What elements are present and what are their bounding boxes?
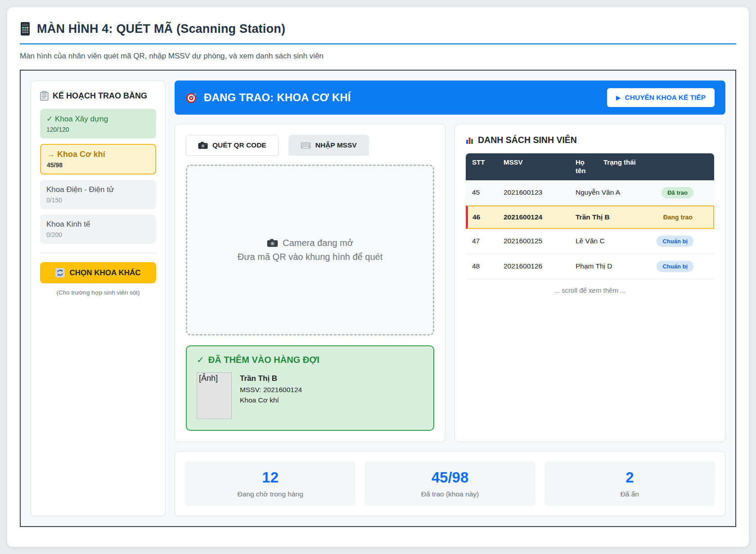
- refresh-icon: [55, 268, 65, 277]
- cell-mssv: 2021600125: [497, 229, 569, 254]
- col-header-mssv: MSSV: [497, 153, 569, 180]
- cell-name: Nguyễn Văn A: [569, 180, 597, 206]
- clipboard-icon: [40, 91, 49, 101]
- table-header-row: STT MSSV Họ tên Trạng thái: [466, 153, 714, 180]
- student-table: STT MSSV Họ tên Trạng thái 45 2021600123…: [466, 153, 714, 279]
- cell-status: Chuẩn bị: [597, 254, 714, 279]
- camera-icon: [267, 239, 278, 247]
- student-list-panel[interactable]: DANH SÁCH SINH VIÊN STT MSSV Họ tên Trạn…: [454, 124, 725, 442]
- cell-stt: 47: [466, 229, 497, 254]
- camera-icon: [198, 142, 208, 149]
- table-row: 45 2021600123 Nguyễn Văn A Đã trao: [466, 180, 714, 206]
- camera-status-line: Camera đang mở: [267, 238, 353, 248]
- student-photo-placeholder: [Ảnh]: [197, 372, 232, 419]
- table-row: 47 2021600125 Lê Văn C Chuẩn bị: [466, 229, 714, 254]
- stat-waiting: 12 Đang chờ trong hàng: [185, 461, 356, 506]
- plan-item-count: 120/120: [46, 126, 150, 133]
- col-header-status: Trạng thái: [597, 153, 714, 180]
- stat-value: 12: [262, 469, 279, 486]
- table-row: 48 2021600126 Phạm Thị D Chuẩn bị: [466, 254, 714, 279]
- plan-sidebar-title: KẾ HOẠCH TRAO BẰNG: [53, 91, 147, 101]
- cell-mssv: 2021600123: [497, 180, 569, 206]
- main-column: ĐANG TRAO: KHOA CƠ KHÍ ▶ CHUYỂN KHOA KẾ …: [175, 80, 725, 516]
- status-text: Đang trao: [663, 214, 693, 221]
- status-badge: Đã trao: [662, 187, 693, 198]
- plan-item-label: Khoa Kinh tế: [46, 220, 150, 229]
- plan-sidebar-header: KẾ HOẠCH TRAO BẰNG: [40, 91, 156, 101]
- status-badge: Chuẩn bị: [657, 261, 693, 272]
- stats-card: 12 Đang chờ trong hàng 45/98 Đã trao (kh…: [175, 451, 725, 516]
- stat-awarded: 45/98 Đã trao (khoa này): [364, 461, 535, 506]
- sidebar-divider: [40, 253, 156, 253]
- stat-label: Đã ẩn: [621, 490, 639, 498]
- queue-confirmation-box: ✓ ĐÃ THÊM VÀO HÀNG ĐỢI [Ảnh] Trần Thị B …: [186, 345, 434, 431]
- cell-status: Chuẩn bị: [597, 229, 714, 254]
- queue-student-row: [Ảnh] Trần Thị B MSSV: 2021600124 Khoa C…: [197, 372, 423, 419]
- tab-nhap-mssv[interactable]: NHẬP MSSV: [288, 135, 369, 156]
- cell-status: Đang trao: [597, 206, 714, 229]
- cell-mssv: 2021600124: [497, 206, 569, 229]
- stat-label: Đã trao (khoa này): [421, 490, 479, 498]
- queue-student-info: Trần Thị B MSSV: 2021600124 Khoa Cơ khí: [240, 372, 302, 419]
- cell-stt: 46: [466, 206, 497, 229]
- cell-stt: 45: [466, 180, 497, 206]
- scanner-panel: QUÉT QR CODE NHẬP MSSV: [175, 124, 446, 442]
- student-list-title: DANH SÁCH SINH VIÊN: [478, 135, 577, 145]
- plan-item-label: → Khoa Cơ khí: [47, 150, 149, 159]
- next-dept-label: CHUYỂN KHOA KẾ TIẾP: [625, 94, 706, 102]
- choose-other-dept-note: (Cho trường hợp sinh viên sót): [40, 289, 156, 296]
- cell-stt: 48: [466, 254, 497, 279]
- stat-hidden: 2 Đã ẩn: [544, 461, 715, 506]
- current-dept-banner: ĐANG TRAO: KHOA CƠ KHÍ ▶ CHUYỂN KHOA KẾ …: [175, 80, 725, 115]
- scroll-hint: ... scroll để xem thêm ...: [466, 286, 714, 294]
- stat-label: Đang chờ trong hàng: [238, 490, 303, 498]
- play-icon: ▶: [616, 94, 621, 101]
- bar-chart-icon: [466, 136, 473, 144]
- plan-item-khoa-kinh-te[interactable]: Khoa Kinh tế 0/200: [40, 214, 156, 244]
- target-icon: [185, 91, 198, 104]
- plan-item-khoa-co-khi[interactable]: → Khoa Cơ khí 45/98: [40, 144, 156, 174]
- cell-name: Phạm Thị D: [569, 254, 597, 279]
- choose-other-dept-button[interactable]: CHỌN KHOA KHÁC: [40, 262, 156, 283]
- plan-item-label: ✓ Khoa Xây dựng: [46, 114, 150, 124]
- plan-item-count: 0/200: [46, 231, 150, 238]
- stat-value: 45/98: [432, 469, 469, 486]
- page-subtitle: Màn hình của nhân viên quét mã QR, nhập …: [20, 52, 736, 61]
- stat-value: 2: [626, 469, 634, 486]
- student-list-header: DANH SÁCH SINH VIÊN: [466, 135, 714, 145]
- check-icon: ✓: [197, 354, 204, 365]
- camera-hint-line: Đưa mã QR vào khung hình để quét: [238, 252, 382, 262]
- panels-row: QUÉT QR CODE NHẬP MSSV: [175, 124, 725, 442]
- col-header-name: Họ tên: [569, 153, 597, 180]
- keyboard-icon: [301, 142, 311, 149]
- tab-label: QUÉT QR CODE: [212, 141, 266, 149]
- banner-left: ĐANG TRAO: KHOA CƠ KHÍ: [185, 91, 351, 104]
- plan-item-khoa-dien[interactable]: Khoa Điện - Điện tử 0/150: [40, 180, 156, 209]
- queue-title: ✓ ĐÃ THÊM VÀO HÀNG ĐỢI: [197, 354, 423, 365]
- plan-item-count: 0/150: [46, 197, 150, 204]
- next-dept-button[interactable]: ▶ CHUYỂN KHOA KẾ TIẾP: [607, 88, 715, 107]
- page-title: MÀN HÌNH 4: QUÉT MÃ (Scanning Station): [37, 22, 285, 36]
- scanner-tabs: QUÉT QR CODE NHẬP MSSV: [186, 135, 434, 156]
- tab-label: NHẬP MSSV: [315, 141, 357, 149]
- tab-quet-qr-code[interactable]: QUÉT QR CODE: [186, 135, 279, 156]
- cell-name: Lê Văn C: [569, 229, 597, 254]
- student-mssv: MSSV: 2021600124: [240, 384, 302, 395]
- banner-title: ĐANG TRAO: KHOA CƠ KHÍ: [204, 91, 351, 104]
- status-badge: Chuẩn bị: [657, 236, 693, 247]
- screen-frame: KẾ HOẠCH TRAO BẰNG ✓ Khoa Xây dựng 120/1…: [20, 70, 736, 527]
- table-row-current: 46 2021600124 Trần Thị B Đang trao: [466, 206, 714, 229]
- plan-sidebar: KẾ HOẠCH TRAO BẰNG ✓ Khoa Xây dựng 120/1…: [31, 80, 166, 516]
- plan-item-khoa-xay-dung[interactable]: ✓ Khoa Xây dựng 120/120: [40, 109, 156, 138]
- cell-name: Trần Thị B: [569, 206, 597, 229]
- cell-mssv: 2021600126: [497, 254, 569, 279]
- plan-item-count: 45/98: [47, 161, 149, 169]
- plan-item-label: Khoa Điện - Điện tử: [46, 185, 150, 194]
- choose-other-dept-label: CHỌN KHOA KHÁC: [69, 268, 140, 277]
- student-dept: Khoa Cơ khí: [240, 395, 302, 405]
- camera-preview-area: Camera đang mở Đưa mã QR vào khung hình …: [186, 165, 434, 335]
- student-name: Trần Thị B: [240, 373, 302, 384]
- page-header: MÀN HÌNH 4: QUÉT MÃ (Scanning Station): [20, 22, 736, 45]
- phone-icon: [20, 22, 31, 36]
- col-header-stt: STT: [466, 153, 497, 180]
